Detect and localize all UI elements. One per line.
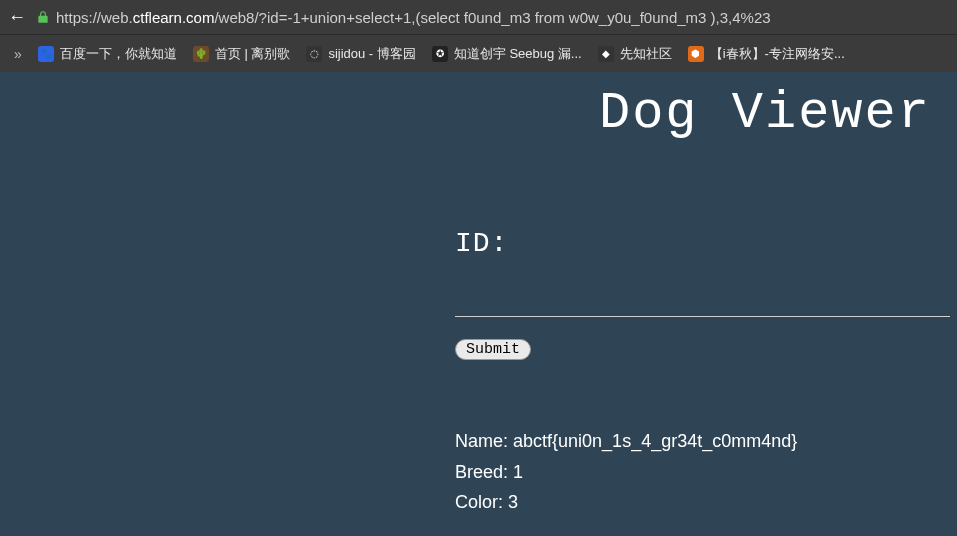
bookmark-xianzhi[interactable]: ◆先知社区 bbox=[590, 41, 680, 67]
result-breed-label: Breed: bbox=[455, 462, 513, 482]
bookmark-seebug-label: 知道创宇 Seebug 漏... bbox=[454, 45, 582, 63]
submit-button[interactable]: Submit bbox=[455, 339, 531, 360]
bookmark-ichunqiu-favicon: ⬢ bbox=[688, 46, 704, 62]
url-host-main: ctflearn.com bbox=[133, 9, 215, 26]
id-label: ID: bbox=[455, 228, 957, 259]
bookmark-ichunqiu[interactable]: ⬢【i春秋】-专注网络安... bbox=[680, 41, 853, 67]
result-color-label: Color: bbox=[455, 492, 508, 512]
id-input[interactable] bbox=[455, 297, 950, 317]
result-color-value: 3 bbox=[508, 492, 518, 512]
url-path: /web8/?id=-1+union+select+1,(select f0un… bbox=[214, 9, 770, 26]
bookmark-baidu[interactable]: 🐾百度一下，你就知道 bbox=[30, 41, 185, 67]
query-form: ID: Submit bbox=[455, 228, 957, 360]
result-breed-value: 1 bbox=[513, 462, 523, 482]
result-name-row: Name: abctf{uni0n_1s_4_gr34t_c0mm4nd} bbox=[455, 426, 797, 457]
result-name-label: Name: bbox=[455, 431, 513, 451]
page-title: Dog Viewer bbox=[599, 84, 931, 143]
results-block: Name: abctf{uni0n_1s_4_gr34t_c0mm4nd} Br… bbox=[455, 426, 797, 518]
url-display[interactable]: https://web.ctflearn.com/web8/?id=-1+uni… bbox=[56, 9, 771, 26]
result-name-value: abctf{uni0n_1s_4_gr34t_c0mm4nd} bbox=[513, 431, 797, 451]
bookmark-xianzhi-favicon: ◆ bbox=[598, 46, 614, 62]
bookmark-libie-label: 首页 | 离别歌 bbox=[215, 45, 291, 63]
address-bar-row: ← https://web.ctflearn.com/web8/?id=-1+u… bbox=[0, 0, 957, 34]
bookmark-xianzhi-label: 先知社区 bbox=[620, 45, 672, 63]
url-scheme: https:// bbox=[56, 9, 101, 26]
bookmark-sijidou[interactable]: ◌sijidou - 博客园 bbox=[298, 41, 423, 67]
bookmark-ichunqiu-label: 【i春秋】-专注网络安... bbox=[710, 45, 845, 63]
bookmark-baidu-label: 百度一下，你就知道 bbox=[60, 45, 177, 63]
bookmark-sijidou-label: sijidou - 博客园 bbox=[328, 45, 415, 63]
bookmarks-overflow-left-icon[interactable]: » bbox=[8, 46, 28, 62]
result-breed-row: Breed: 1 bbox=[455, 457, 797, 488]
back-arrow-icon[interactable]: ← bbox=[8, 7, 26, 28]
bookmark-sijidou-favicon: ◌ bbox=[306, 46, 322, 62]
page-content: Dog Viewer ID: Submit Name: abctf{uni0n_… bbox=[0, 72, 957, 536]
result-color-row: Color: 3 bbox=[455, 487, 797, 518]
bookmark-seebug[interactable]: ✪知道创宇 Seebug 漏... bbox=[424, 41, 590, 67]
bookmark-libie-favicon: 🌵 bbox=[193, 46, 209, 62]
bookmark-baidu-favicon: 🐾 bbox=[38, 46, 54, 62]
bookmarks-bar: » 🐾百度一下，你就知道🌵首页 | 离别歌◌sijidou - 博客园✪知道创宇… bbox=[0, 34, 957, 72]
url-host-pre: web. bbox=[101, 9, 133, 26]
bookmark-seebug-favicon: ✪ bbox=[432, 46, 448, 62]
lock-icon[interactable] bbox=[36, 10, 50, 24]
bookmark-libie[interactable]: 🌵首页 | 离别歌 bbox=[185, 41, 299, 67]
